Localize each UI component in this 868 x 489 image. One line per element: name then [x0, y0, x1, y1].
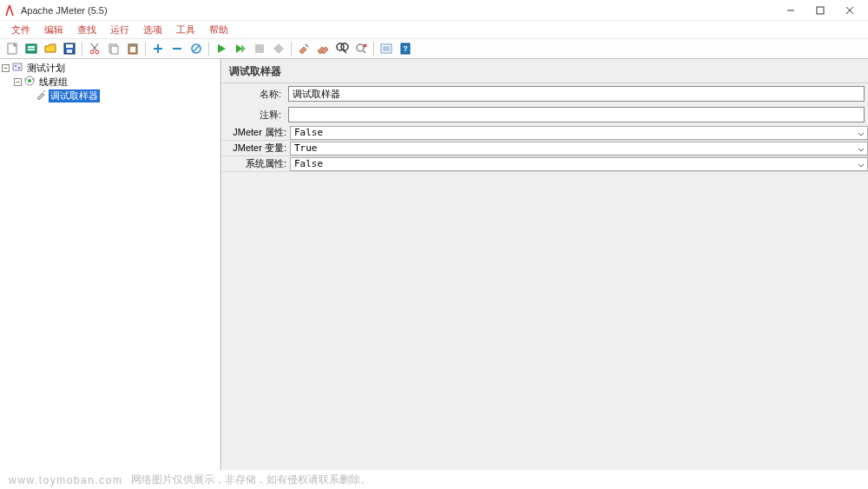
- clear-button[interactable]: [295, 40, 312, 57]
- tree-sampler-row[interactable]: 调试取样器: [2, 89, 219, 102]
- save-button[interactable]: [61, 40, 78, 57]
- svg-point-41: [15, 65, 16, 67]
- menu-tools[interactable]: 工具: [170, 22, 201, 38]
- jmeter-props-label: JMeter 属性:: [222, 126, 290, 139]
- menu-search[interactable]: 查找: [71, 22, 102, 38]
- footer-note: 网络图片仅供展示，非存储，如有侵权请联系删除。: [131, 472, 371, 487]
- jmeter-props-row: JMeter 属性: False: [222, 125, 868, 141]
- window-controls: [776, 1, 865, 20]
- svg-rect-7: [28, 49, 35, 50]
- select-value: False: [294, 127, 323, 138]
- collapse-icon[interactable]: −: [14, 78, 22, 86]
- sampler-icon: [35, 89, 47, 102]
- function-helper-button[interactable]: [378, 40, 395, 57]
- templates-button[interactable]: [23, 40, 40, 57]
- svg-point-11: [90, 50, 94, 54]
- close-button[interactable]: [835, 1, 865, 20]
- tree-sampler-label: 调试取样器: [49, 89, 100, 102]
- testplan-icon: [11, 61, 23, 75]
- menu-edit[interactable]: 编辑: [38, 22, 69, 38]
- svg-point-12: [95, 50, 99, 54]
- toolbar: ?: [0, 38, 868, 59]
- svg-rect-10: [67, 50, 72, 53]
- chevron-down-icon: [858, 129, 865, 141]
- svg-rect-6: [28, 46, 35, 48]
- copy-button[interactable]: [105, 40, 122, 57]
- svg-rect-19: [130, 47, 135, 52]
- tree-panel: − 测试计划 − 线程组 调试取样器: [0, 59, 221, 470]
- svg-point-30: [357, 44, 364, 51]
- menu-file[interactable]: 文件: [5, 22, 36, 38]
- new-button[interactable]: [3, 40, 21, 57]
- open-button[interactable]: [42, 40, 59, 57]
- collapse-button[interactable]: [168, 40, 186, 57]
- select-value: True: [294, 142, 318, 154]
- svg-rect-25: [255, 44, 264, 53]
- name-input[interactable]: [288, 86, 865, 102]
- comment-label: 注释:: [226, 109, 285, 122]
- chevron-down-icon: [858, 161, 865, 172]
- name-row: 名称:: [222, 83, 868, 104]
- svg-rect-16: [111, 46, 118, 54]
- titlebar: Apache JMeter (5.5): [0, 0, 868, 21]
- svg-rect-9: [66, 44, 73, 48]
- start-no-pause-button[interactable]: [232, 40, 249, 57]
- footer: www.toymoban.com 网络图片仅供展示，非存储，如有侵权请联系删除。: [0, 470, 868, 489]
- app-icon: [3, 4, 16, 17]
- window-title: Apache JMeter (5.5): [21, 5, 776, 16]
- jmeter-vars-row: JMeter 变量: True: [222, 141, 868, 156]
- maximize-button[interactable]: [806, 1, 835, 20]
- menubar: 文件 编辑 查找 运行 选项 工具 帮助: [0, 21, 868, 38]
- svg-line-24: [193, 45, 200, 52]
- svg-rect-40: [13, 63, 22, 70]
- tree-root-label: 测试计划: [25, 62, 67, 75]
- system-props-row: 系统属性: False: [222, 156, 868, 172]
- search-button[interactable]: [333, 40, 351, 57]
- jmeter-vars-select[interactable]: True: [290, 142, 868, 155]
- collapse-icon[interactable]: −: [2, 64, 10, 72]
- workspace: − 测试计划 − 线程组 调试取样器 调试取样器 名称: 注释: JMeter …: [0, 59, 868, 470]
- separator: [145, 42, 146, 56]
- jmeter-props-select[interactable]: False: [290, 126, 868, 140]
- clear-all-button[interactable]: [314, 40, 332, 57]
- separator: [291, 42, 292, 56]
- separator: [208, 42, 209, 56]
- system-props-label: 系统属性:: [222, 157, 290, 170]
- separator: [82, 42, 82, 56]
- tree-group-row[interactable]: − 线程组: [2, 75, 219, 89]
- menu-options[interactable]: 选项: [137, 22, 168, 38]
- svg-point-29: [341, 43, 348, 50]
- threadgroup-icon: [23, 75, 36, 89]
- toggle-button[interactable]: [187, 40, 205, 57]
- minimize-button[interactable]: [776, 1, 806, 20]
- editor-title: 调试取样器: [222, 59, 868, 83]
- svg-point-44: [28, 79, 31, 83]
- name-label: 名称:: [226, 88, 285, 101]
- system-props-select[interactable]: False: [290, 157, 868, 171]
- help-button[interactable]: ?: [397, 40, 414, 57]
- start-button[interactable]: [213, 40, 230, 57]
- svg-point-42: [18, 67, 20, 69]
- footer-domain: www.toymoban.com: [9, 474, 122, 486]
- select-value: False: [294, 158, 323, 169]
- editor-panel: 调试取样器 名称: 注释: JMeter 属性: False JMeter 变量…: [221, 59, 868, 470]
- jmeter-vars-label: JMeter 变量:: [222, 142, 290, 155]
- svg-text:?: ?: [403, 44, 408, 53]
- svg-rect-18: [130, 43, 135, 46]
- expand-button[interactable]: [149, 40, 167, 57]
- svg-rect-1: [817, 7, 824, 14]
- svg-line-26: [306, 44, 308, 47]
- comment-input[interactable]: [288, 107, 865, 122]
- menu-run[interactable]: 运行: [104, 22, 135, 38]
- cut-button[interactable]: [86, 40, 103, 57]
- shutdown-button[interactable]: [270, 40, 287, 57]
- separator: [373, 42, 374, 56]
- tree-root-row[interactable]: − 测试计划: [2, 61, 219, 75]
- stop-button[interactable]: [251, 40, 268, 57]
- comment-row: 注释:: [222, 104, 868, 125]
- reset-search-button[interactable]: [352, 40, 370, 57]
- menu-help[interactable]: 帮助: [203, 22, 234, 38]
- chevron-down-icon: [858, 145, 865, 156]
- paste-button[interactable]: [124, 40, 141, 57]
- tree-group-label: 线程组: [37, 76, 69, 89]
